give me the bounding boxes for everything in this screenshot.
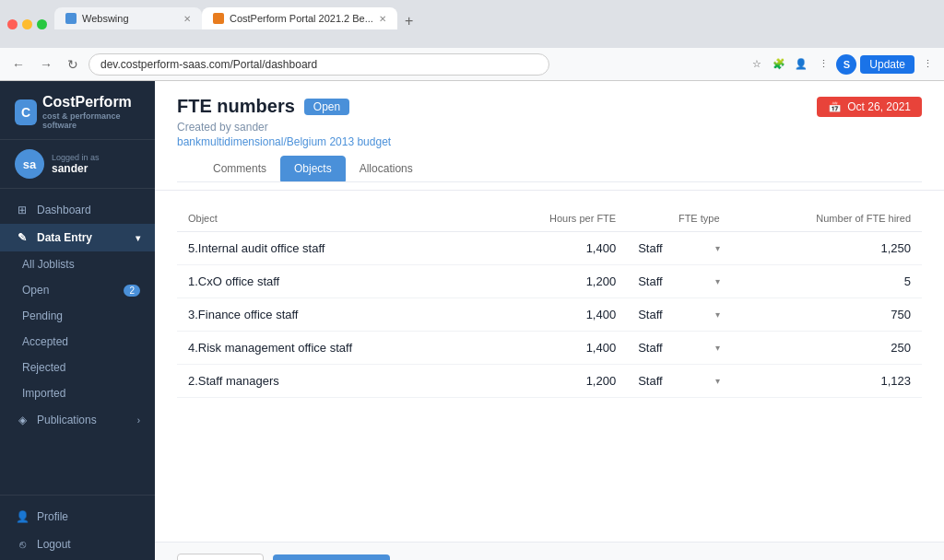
status-badge[interactable]: Open (304, 99, 349, 115)
col-hired: Number of FTE hired (731, 205, 922, 232)
sidebar-item-data-entry[interactable]: ✎ Data Entry ▾ (0, 224, 155, 251)
fte-table: Object Hours per FTE FTE type Number of … (177, 205, 922, 398)
sidebar-item-publications[interactable]: ◈ Publications › (0, 406, 155, 434)
sidebar-item-profile[interactable]: 👤 Profile (0, 503, 155, 531)
cell-hours: 1,200 (482, 265, 627, 298)
tab-objects[interactable]: Objects (280, 156, 346, 181)
table-row: 4.Risk management office staff 1,400 Sta… (177, 332, 922, 365)
browser-tab-costperform[interactable]: CostPerform Portal 2021.2 Be... ✕ (202, 7, 397, 29)
tab-allocations[interactable]: Allocations (346, 156, 427, 181)
bookmark-icon[interactable]: ☆ (748, 55, 766, 74)
cell-fte-type[interactable]: Staff ▾ (627, 332, 730, 365)
commit-button[interactable]: 🔒 Commit Job (273, 554, 389, 560)
sidebar-item-label: Open (22, 284, 49, 297)
address-bar[interactable] (88, 53, 549, 76)
costperform-tab-close[interactable]: ✕ (379, 14, 386, 24)
col-hours: Hours per FTE (482, 205, 627, 232)
dropdown-arrow-icon: ▾ (715, 343, 720, 353)
settings-icon[interactable]: ⋮ (814, 55, 832, 74)
username-label: sander (52, 162, 100, 175)
webswing-tab-close[interactable]: ✕ (183, 14, 191, 24)
cell-hours: 1,400 (482, 232, 627, 265)
page-title: FTE numbers (177, 96, 295, 117)
extensions-icon[interactable]: 🧩 (770, 55, 788, 74)
browser-chrome: Webswing ✕ CostPerform Portal 2021.2 Be.… (0, 0, 944, 48)
browser-toolbar: ← → ↻ ☆ 🧩 👤 ⋮ S Update ⋮ (0, 48, 944, 81)
fte-type-dropdown[interactable]: Staff (638, 374, 667, 388)
sidebar-item-label: Pending (22, 309, 63, 322)
fte-type-dropdown[interactable]: Staff (638, 274, 667, 288)
sidebar-item-open[interactable]: Open 2 (0, 277, 155, 303)
page-header: FTE numbers Open 📅 Oct 26, 2021 Created … (155, 81, 944, 191)
table-row: 3.Finance office staff 1,400 Staff ▾ 750 (177, 298, 922, 332)
dropdown-arrow-icon: ▾ (715, 276, 720, 286)
fullscreen-window-button[interactable] (37, 19, 47, 29)
page-footer: ⟳ Cancel 🔒 Commit Job (155, 542, 944, 560)
sidebar-item-label: Imported (22, 387, 65, 400)
new-tab-button[interactable]: + (397, 13, 420, 29)
sidebar-item-label: Publications (37, 414, 97, 426)
sidebar-item-label: Logout (37, 538, 71, 551)
dropdown-arrow-icon: ▾ (715, 309, 720, 320)
minimize-window-button[interactable] (22, 19, 32, 29)
tab-comments[interactable]: Comments (199, 156, 280, 181)
sidebar-item-rejected[interactable]: Rejected (0, 355, 155, 380)
table-container: Object Hours per FTE FTE type Number of … (155, 191, 944, 542)
table-row: 1.CxO office staff 1,200 Staff ▾ 5 (177, 265, 922, 298)
sidebar-item-label: Profile (37, 510, 68, 523)
tabs: Comments Objects Allocations (177, 156, 922, 182)
table-row: 5.Internal audit office staff 1,400 Staf… (177, 232, 922, 265)
sidebar-item-logout[interactable]: ⎋ Logout (0, 531, 155, 558)
forward-button[interactable]: → (35, 55, 57, 74)
cell-hired: 750 (731, 298, 922, 332)
col-fte-type: FTE type (627, 205, 730, 232)
update-button[interactable]: Update (860, 55, 914, 74)
cell-hired: 1,123 (731, 365, 922, 398)
cell-hours: 1,200 (482, 365, 627, 398)
date-label: Oct 26, 2021 (847, 100, 911, 113)
chevron-down-icon: ▾ (136, 233, 140, 243)
main-content: FTE numbers Open 📅 Oct 26, 2021 Created … (155, 81, 944, 560)
chevron-right-icon: › (137, 415, 140, 426)
publications-icon: ◈ (15, 413, 30, 427)
dropdown-arrow-icon: ▾ (715, 376, 720, 386)
cell-fte-type[interactable]: Staff ▾ (627, 365, 730, 398)
table-row: 2.Staff managers 1,200 Staff ▾ 1,123 (177, 365, 922, 398)
traffic-lights[interactable] (7, 19, 47, 29)
sidebar-item-dashboard[interactable]: ⊞ Dashboard (0, 196, 155, 224)
fte-type-dropdown[interactable]: Staff (638, 341, 667, 355)
cell-fte-type[interactable]: Staff ▾ (627, 265, 730, 298)
date-badge: 📅 Oct 26, 2021 (817, 97, 922, 117)
costperform-favicon (213, 13, 224, 24)
dropdown-arrow-icon: ▾ (715, 243, 720, 253)
cancel-button[interactable]: ⟳ Cancel (177, 554, 264, 560)
sidebar-item-label: Dashboard (37, 204, 91, 216)
cell-hired: 5 (731, 265, 922, 298)
sidebar-item-label: Data Entry (37, 231, 92, 244)
back-button[interactable]: ← (7, 55, 30, 74)
app-layout: C CostPerform cost & performance softwar… (0, 81, 944, 560)
cell-object: 4.Risk management office staff (177, 332, 482, 365)
sidebar-item-accepted[interactable]: Accepted (0, 329, 155, 355)
sidebar-nav: ⊞ Dashboard ✎ Data Entry ▾ All Joblists … (0, 189, 155, 495)
cell-hired: 250 (731, 332, 922, 365)
cell-fte-type[interactable]: Staff ▾ (627, 232, 730, 265)
sidebar-item-all-joblists[interactable]: All Joblists (0, 251, 155, 277)
sidebar-item-label: All Joblists (22, 258, 75, 271)
page-title-row: FTE numbers Open (177, 96, 349, 117)
sidebar-item-pending[interactable]: Pending (0, 303, 155, 329)
user-avatar: sa (15, 149, 44, 179)
sidebar-logo: C CostPerform cost & performance softwar… (0, 81, 155, 140)
cell-object: 3.Finance office staff (177, 298, 482, 332)
reload-button[interactable]: ↻ (63, 55, 83, 74)
sidebar-item-imported[interactable]: Imported (0, 380, 155, 406)
cell-fte-type[interactable]: Staff ▾ (627, 298, 730, 332)
account-icon[interactable]: 👤 (792, 55, 810, 74)
webswing-tab-label: Webswing (82, 13, 129, 24)
fte-type-dropdown[interactable]: Staff (638, 241, 667, 255)
menu-icon[interactable]: ⋮ (918, 55, 937, 74)
logged-as-label: Logged in as (52, 153, 100, 162)
browser-tab-webswing[interactable]: Webswing ✕ (54, 7, 202, 29)
fte-type-dropdown[interactable]: Staff (638, 308, 667, 321)
close-window-button[interactable] (7, 19, 18, 29)
